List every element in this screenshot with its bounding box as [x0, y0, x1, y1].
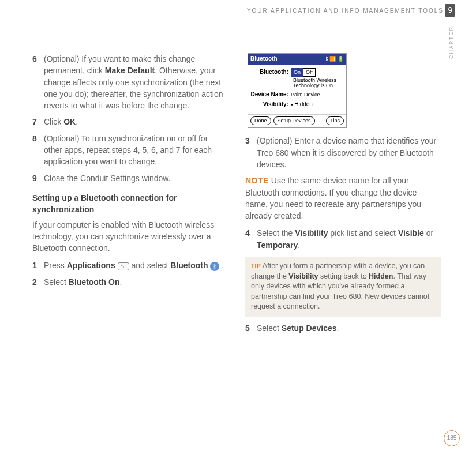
step-number: 1 — [32, 260, 44, 271]
palm-visibility-picklist[interactable]: Hidden — [291, 100, 313, 109]
note-block: NOTE Use the same device name for all yo… — [245, 175, 441, 221]
steps-list-a: 6(Optional) If you want to make this cha… — [32, 53, 228, 184]
step-text: Click OK. — [44, 116, 228, 127]
step: 2Select Bluetooth On. — [32, 276, 228, 288]
step-5: 5Select Setup Devices. — [245, 322, 441, 334]
palm-bluetooth-toggle[interactable]: OnOff — [291, 68, 315, 77]
step-number: 2 — [32, 276, 44, 288]
step-number: 7 — [32, 116, 44, 127]
palm-done-button[interactable]: Done — [250, 116, 271, 125]
palm-titlebar: Bluetooth ᛒ 📶 🔋 — [248, 54, 346, 65]
applications-icon — [118, 262, 129, 270]
subheading: Setting up a Bluetooth connection for sy… — [32, 192, 228, 216]
step-text: Press Applications and select Bluetooth … — [44, 260, 228, 271]
palm-off-option[interactable]: Off — [303, 68, 316, 77]
chapter-number-badge: 9 — [445, 4, 455, 17]
palm-visibility-label: Visibility: — [250, 100, 291, 109]
step-number: 6 — [32, 53, 44, 111]
step-text: (Optional) Enter a device name that iden… — [257, 135, 441, 170]
right-column: Bluetooth ᛒ 📶 🔋 Bluetooth: OnOff Bluetoo… — [245, 53, 441, 339]
step-text: (Optional) To turn synchronization on or… — [44, 133, 228, 168]
step-text: (Optional) If you want to make this chan… — [44, 53, 228, 111]
step-number: 8 — [32, 133, 44, 168]
intro-paragraph: If your computer is enabled with Bluetoo… — [32, 219, 228, 254]
note-label: NOTE — [245, 176, 269, 185]
step-text: Select Bluetooth On. — [44, 276, 228, 288]
steps-list-b: 1Press Applications and select Bluetooth… — [32, 260, 228, 288]
step-3: 3(Optional) Enter a device name that ide… — [245, 135, 441, 170]
palm-devicename-label: Device Name: — [250, 91, 291, 99]
palm-on-option[interactable]: On — [291, 68, 303, 77]
chapter-label: CHAPTER — [448, 26, 455, 59]
palm-devicename-field[interactable]: Palm Device — [291, 91, 331, 99]
tip-box: TIP After you form a partnership with a … — [245, 257, 441, 317]
step: 4Select the Visibility pick list and sel… — [245, 227, 441, 251]
footer-rule — [32, 431, 455, 431]
page-number: 185 — [444, 430, 460, 446]
step-text: Close the Conduit Settings window. — [44, 172, 228, 184]
step-4: 4Select the Visibility pick list and sel… — [245, 227, 441, 251]
step: 1Press Applications and select Bluetooth… — [32, 260, 228, 271]
step: 5Select Setup Devices. — [245, 322, 441, 334]
step-number: 9 — [32, 172, 44, 184]
palm-bluetooth-label: Bluetooth: — [250, 68, 291, 77]
step: 7Click OK. — [32, 116, 228, 127]
step-number: 3 — [245, 135, 257, 170]
palm-status-icons: ᛒ 📶 🔋 — [325, 55, 344, 63]
palm-tips-button[interactable]: Tips — [326, 116, 344, 125]
step-number: 4 — [245, 227, 257, 251]
step-text: Select Setup Devices. — [257, 322, 441, 334]
step-text: Select the Visibility pick list and sele… — [257, 227, 441, 251]
header-section: YOUR APPLICATION AND INFO MANAGEMENT TOO… — [32, 7, 444, 16]
note-text: Use the same device name for all your Bl… — [245, 176, 421, 220]
palm-title-text: Bluetooth — [250, 55, 278, 63]
palm-status-text: Bluetooth Wireless Technology is On — [250, 78, 344, 89]
left-column: 6(Optional) If you want to make this cha… — [32, 53, 228, 292]
palm-screenshot: Bluetooth ᛒ 📶 🔋 Bluetooth: OnOff Bluetoo… — [248, 53, 347, 128]
step: 3(Optional) Enter a device name that ide… — [245, 135, 441, 170]
step: 6(Optional) If you want to make this cha… — [32, 53, 228, 111]
step: 9Close the Conduit Settings window. — [32, 172, 228, 184]
palm-setup-button[interactable]: Setup Devices — [273, 116, 315, 125]
tip-label: TIP — [251, 263, 261, 269]
bluetooth-icon: ᛒ — [210, 262, 219, 271]
tip-text: After you form a partnership with a devi… — [251, 262, 429, 310]
step: 8(Optional) To turn synchronization on o… — [32, 133, 228, 168]
step-number: 5 — [245, 322, 257, 334]
